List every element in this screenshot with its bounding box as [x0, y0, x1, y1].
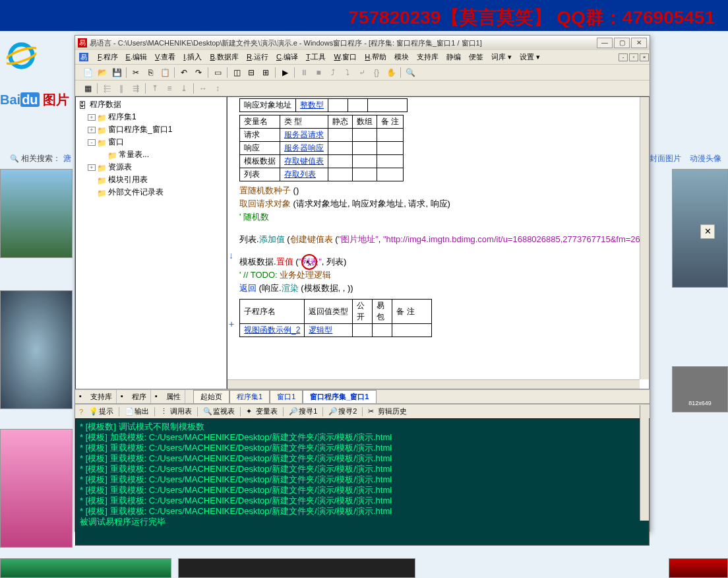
tree-item[interactable]: 📁模块引用表 — [77, 174, 225, 186]
run-icon[interactable]: ▶ — [278, 66, 291, 79]
expand-icon[interactable]: + — [88, 114, 96, 121]
close-button[interactable]: ✕ — [631, 38, 647, 48]
menu-item[interactable]: E.编辑 — [122, 51, 151, 63]
menu-item[interactable]: T.工具 — [302, 51, 330, 63]
bg-image[interactable] — [0, 558, 171, 578]
type-link[interactable]: 服务器响应 — [280, 142, 328, 155]
table-row[interactable]: 模板数据存取键值表 — [240, 155, 404, 168]
console-tab[interactable]: 💡提示 — [85, 405, 117, 418]
new-icon[interactable]: 📄 — [81, 66, 94, 79]
tree-root[interactable]: 🗄 程序数据 — [77, 98, 225, 111]
table-row[interactable]: 列表存取列表 — [240, 168, 404, 181]
ie-icon[interactable] — [7, 41, 36, 71]
expand-icon[interactable]: + — [88, 164, 96, 171]
menu-item[interactable]: R.运行 — [243, 51, 272, 63]
baidu-logo[interactable]: Baidu 图片 — [0, 91, 69, 109]
layout3-icon[interactable]: ⊞ — [259, 66, 272, 79]
console-tab[interactable]: 🔎搜寻2 — [324, 405, 361, 418]
horizontal-scrollbar[interactable] — [228, 379, 640, 389]
type-link[interactable]: 整数型 — [296, 99, 328, 112]
code-tab[interactable]: 起始页 — [193, 390, 229, 403]
minimize-button[interactable]: — — [597, 38, 613, 48]
code-tab[interactable]: 程序集1 — [229, 390, 270, 403]
save-icon[interactable]: 💾 — [110, 66, 123, 79]
mdi-close-icon[interactable]: × — [640, 53, 649, 61]
type-link[interactable]: 存取列表 — [280, 168, 328, 181]
console-scrollbar[interactable] — [640, 405, 649, 521]
type-link[interactable]: 存取键值表 — [280, 155, 328, 168]
paste-icon[interactable]: 📋 — [158, 66, 171, 79]
align-bottom-icon: ⤓ — [177, 82, 191, 95]
tree-item[interactable]: -📁窗口 — [77, 136, 225, 148]
maximize-button[interactable]: ▢ — [614, 38, 630, 48]
menu-item[interactable]: F.程序 — [94, 51, 122, 63]
menu-item[interactable]: H.帮助 — [361, 51, 390, 63]
expand-icon[interactable]: + — [88, 127, 96, 133]
project-tree[interactable]: 🗄 程序数据 +📁程序集1+📁窗口程序集_窗口1-📁窗口📁常量表...+📁资源表… — [75, 96, 227, 389]
table-row[interactable]: 请求服务器请求 — [240, 129, 404, 142]
sub-name[interactable]: 视图函数示例_2 — [240, 324, 305, 337]
tree-item[interactable]: 📁常量表... — [77, 148, 225, 161]
open-icon[interactable]: 📂 — [96, 66, 109, 79]
copy-icon[interactable]: ⎘ — [144, 66, 157, 79]
panel-tab[interactable]: ▪程序 — [117, 390, 151, 403]
plus-icon[interactable]: + — [229, 319, 234, 329]
menu-item[interactable]: 词库 ▾ — [487, 51, 516, 63]
console-tab[interactable]: ✂剪辑历史 — [364, 405, 411, 418]
menu-item[interactable]: W.窗口 — [330, 51, 361, 63]
console-tab[interactable]: 🔍监视表 — [199, 405, 239, 418]
output-console[interactable]: * [模板数] 调试模式不限制模板数* [模板] 加载模板: C:/Users/… — [75, 418, 650, 546]
menu-item[interactable]: 模块 — [390, 51, 413, 63]
menu-item[interactable]: 便签 — [465, 51, 487, 63]
console-tab[interactable]: 🔎搜寻1 — [285, 405, 321, 418]
bg-image[interactable] — [0, 169, 73, 258]
menu-item[interactable]: C.编译 — [272, 51, 302, 63]
table-row[interactable]: 响应服务器响应 — [240, 142, 404, 155]
undo-icon[interactable]: ↶ — [177, 66, 191, 79]
tree-item[interactable]: +📁资源表 — [77, 161, 225, 174]
panel-tab[interactable]: ▪支持库 — [75, 390, 117, 403]
tree-item[interactable]: +📁程序集1 — [77, 111, 225, 123]
console-tab[interactable]: 📄输出 — [121, 405, 153, 418]
cut-icon[interactable]: ✂ — [129, 66, 142, 79]
bg-image[interactable] — [669, 558, 728, 578]
mdi-restore-icon[interactable]: ▫ — [629, 53, 638, 61]
menu-item[interactable]: 设置 ▾ — [516, 51, 544, 63]
link-cover[interactable]: 封面图片 — [650, 154, 681, 163]
type-link[interactable]: 服务器请求 — [280, 129, 328, 142]
bg-image[interactable] — [0, 290, 73, 409]
panel-tabs: ▪支持库▪程序▪属性 起始页程序集1窗口1窗口程序集_窗口1 — [75, 389, 650, 404]
link-anime[interactable]: 动漫头像 — [690, 154, 721, 163]
titlebar[interactable]: 易 易语言 - C:\Users\MACHENIKE\Desktop\新建文件夹… — [75, 36, 650, 50]
code-tab[interactable]: 窗口1 — [270, 390, 303, 403]
mdi-minimize-icon[interactable]: - — [619, 53, 628, 61]
redo-icon[interactable]: ↷ — [192, 66, 205, 79]
layout1-icon[interactable]: ◫ — [230, 66, 243, 79]
magnify-icon: 🔍 — [10, 154, 19, 162]
tree-item[interactable]: +📁窗口程序集_窗口1 — [77, 123, 225, 136]
close-panel-button[interactable]: ✕ — [700, 224, 715, 239]
hand-icon[interactable]: ✋ — [384, 66, 398, 79]
find-icon[interactable]: 🔍 — [404, 66, 417, 79]
bg-image[interactable] — [178, 558, 415, 578]
layout2-icon[interactable]: ⊟ — [245, 66, 258, 79]
expand-icon[interactable]: - — [88, 139, 96, 146]
bg-image[interactable]: 812x649 — [672, 366, 728, 412]
menu-item[interactable]: I.插入 — [179, 51, 206, 63]
code-editor[interactable]: 响应对象地址整数型 变量名类 型静态数组备 注 请求服务器请求响应服务器响应模板… — [227, 96, 650, 389]
menu-item[interactable]: 支持库 — [413, 51, 442, 63]
panel-tab[interactable]: ▪属性 — [151, 390, 185, 403]
sub-type[interactable]: 逻辑型 — [305, 324, 353, 337]
menu-item[interactable]: B.数据库 — [206, 51, 242, 63]
window-icon[interactable]: ▭ — [211, 66, 224, 79]
console-tab[interactable]: ✦变量表 — [242, 405, 282, 418]
menu-item[interactable]: V.查看 — [151, 51, 179, 63]
grid-icon[interactable]: ▦ — [81, 82, 94, 95]
code-tab[interactable]: 窗口程序集_窗口1 — [303, 390, 376, 403]
bg-image[interactable] — [0, 429, 73, 548]
console-tab[interactable]: ⋮调用表 — [156, 405, 196, 418]
vertical-scrollbar[interactable] — [640, 97, 649, 379]
menu-item[interactable]: 静编 — [442, 51, 465, 63]
tree-item[interactable]: 📁外部文件记录表 — [77, 186, 225, 199]
help-icon[interactable]: ? — [79, 408, 83, 416]
